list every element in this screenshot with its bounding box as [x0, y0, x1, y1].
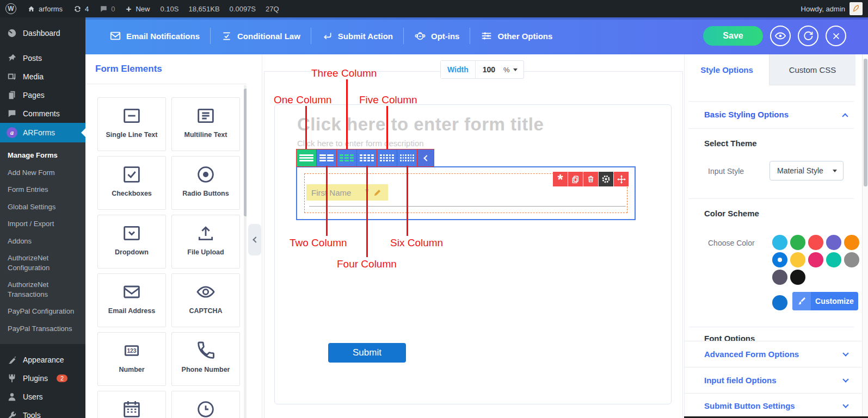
avatar[interactable]: [849, 2, 863, 15]
sidebar-item-arforms[interactable]: a ARForms: [0, 123, 85, 142]
accordion-submit-button-settings[interactable]: Submit Button Settings: [685, 393, 861, 418]
form-field-row[interactable]: * First Name *: [296, 166, 636, 220]
color-swatch[interactable]: [790, 252, 805, 267]
color-swatch[interactable]: [790, 270, 805, 285]
sidebar-item-pages[interactable]: Pages: [0, 86, 85, 104]
color-swatch[interactable]: [844, 235, 859, 250]
sidebar-item-users[interactable]: Users: [0, 388, 85, 406]
site-name-link[interactable]: arforms: [22, 0, 68, 17]
annotation-two-column: Two Column: [290, 237, 347, 249]
comments-link[interactable]: 0: [94, 0, 120, 17]
color-swatch[interactable]: [808, 252, 823, 267]
sidebar-item-media[interactable]: Media: [0, 67, 85, 86]
color-swatch[interactable]: [790, 235, 805, 250]
save-button[interactable]: Save: [703, 26, 763, 46]
element-dropdown[interactable]: Dropdown: [97, 215, 166, 269]
field-duplicate-button[interactable]: [568, 172, 583, 186]
submenu-authorizenet-transactions[interactable]: AuthorizeNet Transactions: [0, 276, 85, 303]
element-single-line-text[interactable]: Single Line Text: [97, 97, 166, 151]
input-style-dropdown[interactable]: Material Style: [769, 161, 844, 180]
sidebar-item-appearance[interactable]: Appearance: [0, 351, 85, 369]
submenu-add-new-form[interactable]: Add New Form: [0, 164, 85, 182]
submenu-paypal-transactions[interactable]: PayPal Transactions: [0, 320, 85, 338]
customize-button[interactable]: Customize: [792, 292, 858, 310]
submenu-form-entries[interactable]: Form Entries: [0, 181, 85, 198]
preview-button[interactable]: [770, 26, 791, 46]
sidebar-item-comments[interactable]: Comments: [0, 104, 85, 123]
close-button[interactable]: [826, 26, 846, 46]
email-notifications-button[interactable]: Email Notifications: [109, 30, 200, 42]
color-swatch[interactable]: [826, 252, 841, 267]
element-time-picker[interactable]: [171, 391, 240, 418]
color-swatch[interactable]: [844, 252, 859, 267]
wp-logo-menu[interactable]: W: [0, 0, 22, 17]
annotation-line: [407, 166, 408, 236]
form-submit-button[interactable]: Submit: [328, 343, 406, 363]
scrollbar-thumb[interactable]: [244, 89, 247, 216]
element-date-picker[interactable]: [97, 391, 166, 418]
element-checkboxes[interactable]: Checkboxes: [97, 156, 166, 210]
scrollbar-thumb[interactable]: [864, 59, 867, 186]
accordion-input-field-options[interactable]: Input field Options: [685, 367, 861, 393]
sidebar-item-plugins[interactable]: Plugins 2: [0, 369, 85, 388]
howdy-admin-link[interactable]: Howdy, admin: [801, 5, 845, 13]
sidebar-item-posts[interactable]: Posts: [0, 49, 85, 67]
color-swatch[interactable]: [772, 235, 787, 250]
column-button-1[interactable]: [297, 149, 317, 166]
width-unit-dropdown[interactable]: %: [502, 61, 524, 78]
submenu-import-export[interactable]: Import / Export: [0, 215, 85, 233]
conditional-law-button[interactable]: Conditional Law: [221, 30, 300, 42]
field-delete-button[interactable]: [583, 172, 598, 186]
elements-scrollbar[interactable]: [244, 85, 247, 418]
comments-count: 0: [111, 5, 115, 13]
style-panel-scrollbar[interactable]: [862, 54, 868, 418]
color-swatch[interactable]: [826, 235, 841, 250]
element-file-upload[interactable]: File Upload: [171, 215, 240, 269]
basic-styling-options-heading[interactable]: Basic Styling Options: [704, 110, 789, 119]
color-swatch[interactable]: [772, 270, 787, 285]
column-button-2[interactable]: [317, 149, 337, 166]
column-button-3[interactable]: [337, 149, 357, 166]
other-options-button[interactable]: Other Options: [481, 30, 552, 42]
tab-custom-css[interactable]: Custom CSS: [769, 54, 855, 85]
submit-action-button[interactable]: Submit Action: [322, 30, 393, 42]
column-button-4[interactable]: [357, 149, 377, 166]
submenu-authorizenet-configuration[interactable]: AuthorizeNet Configuration: [0, 249, 85, 276]
perf-time: 0.10S: [155, 5, 183, 13]
color-swatch[interactable]: [808, 235, 823, 250]
submenu-paypal-configuration[interactable]: PayPal Configuration: [0, 303, 85, 320]
width-value-input[interactable]: 100: [476, 61, 502, 78]
return-arrow-icon: [322, 30, 333, 42]
element-number[interactable]: 123 Number: [97, 332, 166, 386]
field-required-button[interactable]: *: [553, 172, 568, 186]
form-description-placeholder[interactable]: Click here to enter form description: [297, 139, 424, 148]
column-toolbar-collapse-button[interactable]: [417, 149, 434, 166]
element-email-address[interactable]: Email Address: [97, 273, 166, 327]
submenu-manage-forms[interactable]: Manage Forms: [0, 147, 85, 164]
submenu-addons[interactable]: Addons: [0, 233, 85, 250]
panel-collapse-button[interactable]: [248, 224, 261, 255]
element-phone-number[interactable]: Phone Number: [171, 332, 240, 386]
updates-link[interactable]: 4: [68, 0, 94, 17]
sidebar-item-dashboard[interactable]: Dashboard: [0, 24, 85, 42]
new-content-link[interactable]: + New: [121, 0, 156, 17]
chevron-up-icon[interactable]: [843, 111, 847, 121]
tab-style-options[interactable]: Style Options: [685, 54, 769, 85]
column-button-6[interactable]: [397, 149, 417, 166]
opt-ins-button[interactable]: Opt-ins: [414, 30, 460, 42]
form-title-placeholder[interactable]: Click here to enter form title: [297, 114, 544, 135]
field-settings-button[interactable]: [599, 172, 613, 186]
submenu-global-settings[interactable]: Global Settings: [0, 198, 85, 216]
reset-button[interactable]: [798, 26, 818, 46]
element-captcha[interactable]: CAPTCHA: [171, 273, 240, 327]
element-radio-buttons[interactable]: Radio Buttons: [171, 156, 240, 210]
sidebar-item-tools[interactable]: Tools: [0, 406, 85, 418]
field-move-button[interactable]: [614, 172, 629, 186]
accordion-advanced-form-options[interactable]: Advanced Form Options: [685, 341, 861, 367]
element-multiline-text[interactable]: Multiline Text: [171, 97, 240, 151]
color-swatch-selected[interactable]: [772, 252, 787, 267]
column-button-5[interactable]: [377, 149, 397, 166]
current-color-swatch[interactable]: [772, 295, 787, 310]
edit-pencil-icon[interactable]: [373, 189, 381, 197]
field-label-editor[interactable]: First Name *: [306, 184, 388, 201]
